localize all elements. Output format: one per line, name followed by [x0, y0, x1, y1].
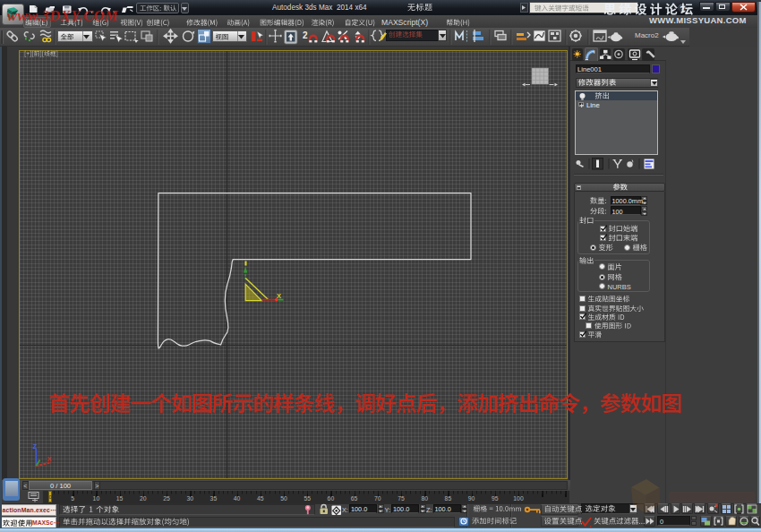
svg-text:X: X: [47, 455, 52, 463]
svg-text:Z: Z: [33, 442, 38, 450]
svg-text:X: X: [277, 292, 281, 300]
